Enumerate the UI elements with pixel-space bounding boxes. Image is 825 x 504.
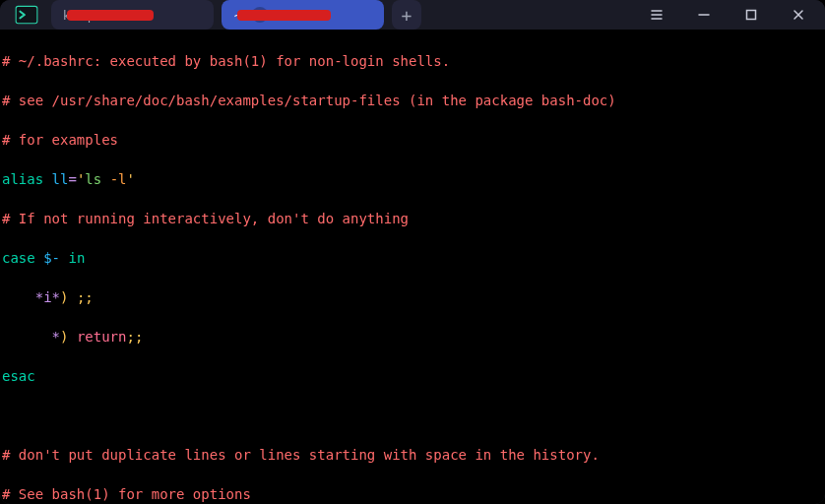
code-comment: # ~/.bashrc: executed by bash(1) for non…: [2, 53, 450, 69]
keyword: return: [77, 329, 127, 345]
variable: $-: [43, 250, 60, 266]
code-comment: # see /usr/share/doc/bash/examples/start…: [2, 93, 616, 108]
flag: -l: [110, 171, 127, 187]
svg-rect-1: [747, 11, 756, 20]
minimize-button[interactable]: [687, 0, 721, 30]
terminal-window: k… p:~ ~ ✕ +: [0, 0, 825, 504]
plus-icon: +: [402, 5, 412, 26]
identifier: ll: [52, 171, 69, 187]
pattern: *i*: [35, 289, 60, 305]
string-quote: ': [126, 171, 134, 187]
terminal-area[interactable]: # ~/.bashrc: executed by bash(1) for non…: [0, 30, 825, 504]
tab-inactive[interactable]: k… p:~: [51, 0, 214, 30]
close-button[interactable]: [782, 0, 815, 30]
new-tab-button[interactable]: +: [392, 0, 421, 30]
redaction-mark: [67, 10, 154, 21]
keyword: esac: [2, 368, 35, 384]
keyword: case: [2, 250, 35, 266]
keyword: alias: [2, 171, 43, 187]
tab-active[interactable]: ~ ✕: [222, 0, 384, 30]
punct: ;;: [126, 329, 143, 345]
svg-rect-0: [16, 6, 37, 23]
maximize-button[interactable]: [734, 0, 768, 30]
hamburger-menu-icon[interactable]: [640, 0, 673, 30]
code-comment: # for examples: [2, 132, 118, 148]
operator: =: [68, 171, 76, 187]
app-icon: [10, 0, 43, 30]
redaction-mark: [237, 10, 331, 21]
code-comment: # don't put duplicate lines or lines sta…: [2, 447, 600, 463]
window-controls: [640, 0, 815, 30]
pattern: *: [52, 329, 60, 345]
tab-bar: k… p:~ ~ ✕ +: [51, 0, 421, 30]
title-bar: k… p:~ ~ ✕ +: [0, 0, 825, 30]
keyword: in: [68, 250, 85, 266]
code-comment: # See bash(1) for more options: [2, 486, 251, 502]
punct: ;;: [68, 289, 93, 305]
code-comment: # If not running interactively, don't do…: [2, 211, 409, 226]
string: ls: [85, 171, 101, 187]
